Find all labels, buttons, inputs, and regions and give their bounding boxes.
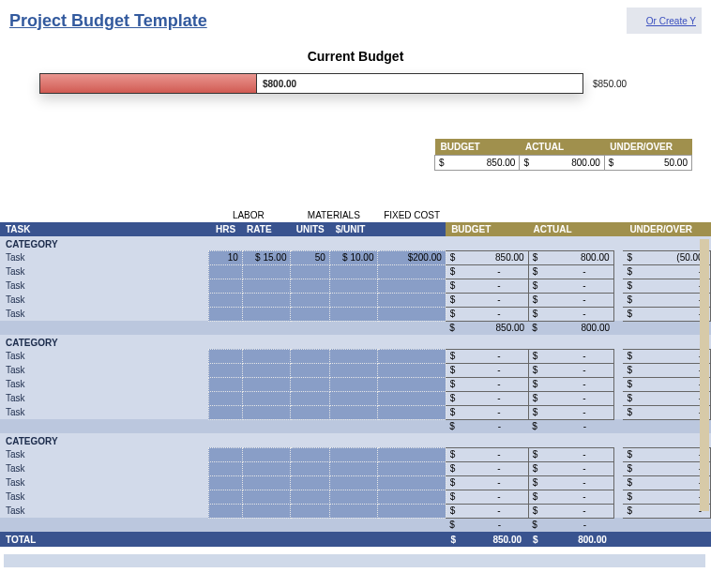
actual-cell[interactable]: $- <box>528 461 613 475</box>
actual-cell[interactable]: $- <box>528 490 613 504</box>
task-name-cell[interactable]: Task <box>0 405 208 419</box>
actual-cell[interactable]: $- <box>528 377 613 391</box>
task-name-cell[interactable]: Task <box>0 250 208 264</box>
task-name-cell[interactable]: Task <box>0 504 208 518</box>
hrs-cell[interactable] <box>208 504 242 518</box>
units-cell[interactable] <box>291 293 329 307</box>
perunit-cell[interactable] <box>329 391 378 405</box>
task-name-cell[interactable]: Task <box>0 490 208 504</box>
hrs-cell[interactable] <box>208 377 242 391</box>
task-name-cell[interactable]: Task <box>0 264 208 279</box>
summary-actual-cell[interactable]: $800.00 <box>520 156 604 171</box>
actual-cell[interactable]: $- <box>528 293 613 307</box>
hrs-cell[interactable] <box>208 391 242 405</box>
rate-cell[interactable] <box>242 264 291 279</box>
fixed-cell[interactable] <box>378 447 446 461</box>
task-name-cell[interactable]: Task <box>0 391 208 405</box>
hrs-cell[interactable] <box>208 363 242 377</box>
actual-cell[interactable]: $800.00 <box>528 250 613 264</box>
rate-cell[interactable] <box>242 279 291 293</box>
fixed-cell[interactable] <box>378 349 446 363</box>
task-name-cell[interactable]: Task <box>0 377 208 391</box>
perunit-cell[interactable] <box>329 447 378 461</box>
task-name-cell[interactable]: Task <box>0 447 208 461</box>
fixed-cell[interactable] <box>378 293 446 307</box>
actual-cell[interactable]: $- <box>528 307 613 321</box>
units-cell[interactable] <box>291 391 329 405</box>
perunit-cell[interactable] <box>329 377 378 391</box>
actual-cell[interactable]: $- <box>528 363 613 377</box>
task-name-cell[interactable]: Task <box>0 279 208 293</box>
perunit-cell[interactable]: $ 10.00 <box>329 250 378 264</box>
fixed-cell[interactable] <box>378 490 446 504</box>
fixed-cell[interactable] <box>378 363 446 377</box>
actual-cell[interactable]: $- <box>528 279 613 293</box>
units-cell[interactable] <box>291 475 329 490</box>
perunit-cell[interactable] <box>329 307 378 321</box>
rate-cell[interactable] <box>242 377 291 391</box>
perunit-cell[interactable] <box>329 405 378 419</box>
perunit-cell[interactable] <box>329 293 378 307</box>
rate-cell[interactable] <box>242 391 291 405</box>
actual-cell[interactable]: $- <box>528 447 613 461</box>
perunit-cell[interactable] <box>329 475 378 490</box>
hrs-cell[interactable] <box>208 307 242 321</box>
hrs-cell[interactable] <box>208 447 242 461</box>
rate-cell[interactable] <box>242 293 291 307</box>
perunit-cell[interactable] <box>329 279 378 293</box>
fixed-cell[interactable] <box>378 307 446 321</box>
rate-cell[interactable] <box>242 461 291 475</box>
fixed-cell[interactable] <box>378 405 446 419</box>
task-name-cell[interactable]: Task <box>0 307 208 321</box>
fixed-cell[interactable]: $200.00 <box>378 250 446 264</box>
task-name-cell[interactable]: Task <box>0 363 208 377</box>
rate-cell[interactable] <box>242 475 291 490</box>
task-name-cell[interactable]: Task <box>0 475 208 490</box>
actual-cell[interactable]: $- <box>528 405 613 419</box>
task-name-cell[interactable]: Task <box>0 461 208 475</box>
units-cell[interactable] <box>291 349 329 363</box>
hrs-cell[interactable] <box>208 349 242 363</box>
task-name-cell[interactable]: Task <box>0 293 208 307</box>
summary-underover-cell[interactable]: $50.00 <box>604 156 691 171</box>
fixed-cell[interactable] <box>378 279 446 293</box>
hrs-cell[interactable] <box>208 461 242 475</box>
actual-cell[interactable]: $- <box>528 391 613 405</box>
hrs-cell[interactable] <box>208 490 242 504</box>
fixed-cell[interactable] <box>378 475 446 490</box>
rate-cell[interactable] <box>242 504 291 518</box>
units-cell[interactable] <box>291 264 329 279</box>
hrs-cell[interactable] <box>208 264 242 279</box>
units-cell[interactable] <box>291 447 329 461</box>
fixed-cell[interactable] <box>378 391 446 405</box>
actual-cell[interactable]: $- <box>528 264 613 279</box>
rate-cell[interactable] <box>242 307 291 321</box>
fixed-cell[interactable] <box>378 461 446 475</box>
units-cell[interactable] <box>291 363 329 377</box>
fixed-cell[interactable] <box>378 377 446 391</box>
units-cell[interactable] <box>291 377 329 391</box>
perunit-cell[interactable] <box>329 363 378 377</box>
units-cell[interactable] <box>291 461 329 475</box>
actual-cell[interactable]: $- <box>528 349 613 363</box>
rate-cell[interactable] <box>242 405 291 419</box>
rate-cell[interactable]: $ 15.00 <box>242 250 291 264</box>
rate-cell[interactable] <box>242 363 291 377</box>
units-cell[interactable] <box>291 307 329 321</box>
perunit-cell[interactable] <box>329 349 378 363</box>
summary-budget-cell[interactable]: $850.00 <box>435 156 520 171</box>
units-cell[interactable] <box>291 490 329 504</box>
rate-cell[interactable] <box>242 447 291 461</box>
task-name-cell[interactable]: Task <box>0 349 208 363</box>
perunit-cell[interactable] <box>329 504 378 518</box>
hrs-cell[interactable] <box>208 405 242 419</box>
perunit-cell[interactable] <box>329 461 378 475</box>
perunit-cell[interactable] <box>329 264 378 279</box>
rate-cell[interactable] <box>242 490 291 504</box>
hrs-cell[interactable]: 10 <box>208 250 242 264</box>
units-cell[interactable] <box>291 279 329 293</box>
fixed-cell[interactable] <box>378 504 446 518</box>
hrs-cell[interactable] <box>208 475 242 490</box>
actual-cell[interactable]: $- <box>528 504 613 518</box>
units-cell[interactable] <box>291 504 329 518</box>
